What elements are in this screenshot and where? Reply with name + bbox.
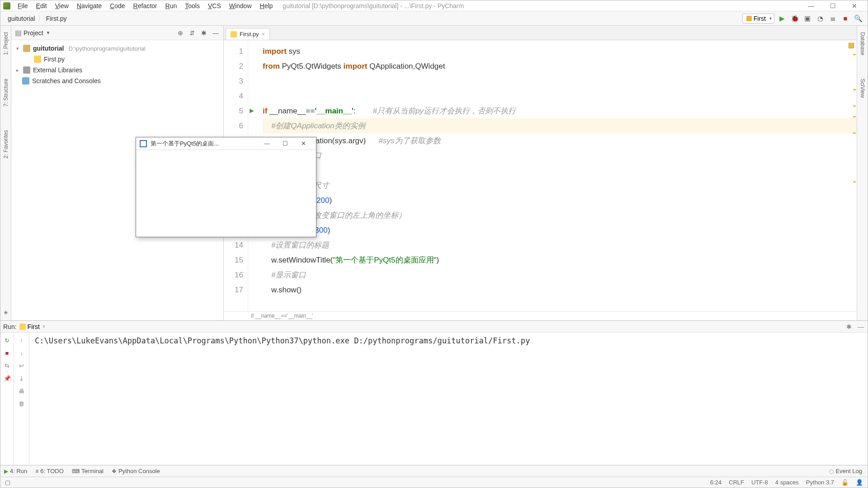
- pycharm-window: FileEditViewNavigateCodeRefactorRunTools…: [0, 0, 868, 488]
- menu-file[interactable]: File: [14, 1, 32, 10]
- breadcrumb[interactable]: guitutorial: [5, 14, 38, 23]
- expand-all-button[interactable]: ⇵: [188, 29, 196, 37]
- folder-icon: [23, 45, 30, 52]
- event-log-button[interactable]: ◌Event Log: [829, 468, 862, 474]
- code-area[interactable]: import sysfrom PyQt5.QtWidgets import QA…: [258, 40, 857, 311]
- menu-view[interactable]: View: [52, 1, 72, 10]
- run-left-toolbar: ↻ ■ ⇆ 📌: [0, 333, 14, 465]
- qt-maximize-button[interactable]: ☐: [276, 140, 294, 147]
- close-tab-icon[interactable]: ×: [42, 324, 46, 330]
- error-stripe[interactable]: [852, 40, 856, 311]
- status-menu-icon[interactable]: ▢: [5, 479, 10, 486]
- scratches-label: Scratches and Consoles: [32, 77, 101, 84]
- bottom-tool-strip: ▶4: Run ≡6: TODO ⌨Terminal ❖Python Conso…: [0, 465, 868, 477]
- debug-button[interactable]: 🐞: [790, 14, 800, 23]
- navigation-bar: guitutorial 〉 First.py First ▶ 🐞 ▣ ◔ ≣ ■…: [0, 11, 868, 26]
- hide-panel-button[interactable]: —: [857, 323, 865, 331]
- run-current-config[interactable]: First: [19, 323, 40, 330]
- scratch-icon: [22, 77, 29, 84]
- caret-position[interactable]: 6:24: [710, 479, 722, 486]
- menu-vcs[interactable]: VCS: [204, 1, 225, 10]
- external-libraries[interactable]: ▸ External Libraries: [13, 65, 222, 75]
- qt-minimize-button[interactable]: —: [258, 140, 276, 147]
- run-coverage-button[interactable]: ▣: [802, 14, 812, 23]
- locate-button[interactable]: ⊕: [176, 29, 184, 37]
- menu-tools[interactable]: Tools: [181, 1, 203, 10]
- run-toolbar: First ▶ 🐞 ▣ ◔ ≣ ■ 🔍: [742, 14, 863, 23]
- gear-icon[interactable]: ✱: [845, 323, 853, 331]
- line-separator[interactable]: CRLF: [729, 479, 744, 486]
- qt-titlebar[interactable]: 第一个基于PyQt5的桌面... — ☐ ✕: [136, 137, 316, 150]
- print-button[interactable]: 🖶: [17, 387, 26, 395]
- scroll-end-button[interactable]: ⤓: [17, 374, 26, 382]
- run-line-icon[interactable]: ▶: [250, 107, 254, 114]
- qt-close-button[interactable]: ✕: [294, 140, 312, 147]
- run-header: Run: First × ✱ —: [0, 321, 868, 333]
- external-libraries-label: External Libraries: [33, 66, 82, 74]
- menu-refactor[interactable]: Refactor: [130, 1, 161, 10]
- right-tool-strip: Database SciView: [857, 26, 868, 320]
- close-tab-icon[interactable]: ×: [262, 31, 265, 38]
- minimize-button[interactable]: —: [801, 1, 821, 11]
- tab-first-py[interactable]: First.py ×: [226, 28, 270, 40]
- run-tool-button[interactable]: ▶4: Run: [4, 468, 27, 474]
- menu-code[interactable]: Code: [106, 1, 128, 10]
- rerun-button[interactable]: ↻: [3, 336, 11, 344]
- chevron-down-icon[interactable]: ▼: [46, 30, 51, 35]
- run-config-name: First: [754, 15, 766, 22]
- status-bar: ▢ 6:24 CRLF UTF-8 4 spaces Python 3.7 🔓 …: [0, 477, 868, 488]
- editor-body[interactable]: 1234567891011121314151617 ▶ import sysfr…: [224, 40, 857, 311]
- up-stack-button[interactable]: ↑: [17, 336, 26, 344]
- breadcrumb[interactable]: First.py: [43, 14, 70, 23]
- hector-icon[interactable]: 👤: [856, 479, 863, 486]
- database-tool-button[interactable]: Database: [859, 29, 866, 58]
- menu-window[interactable]: Window: [226, 1, 255, 10]
- todo-tool-button[interactable]: ≡6: TODO: [35, 468, 64, 474]
- menu-navigate[interactable]: Navigate: [73, 1, 105, 10]
- menu-help[interactable]: Help: [256, 1, 277, 10]
- settings-button[interactable]: ✱: [200, 29, 208, 37]
- run-panel-title: Run:: [3, 323, 17, 330]
- hide-button[interactable]: —: [212, 29, 220, 37]
- structure-tool-button[interactable]: 7: Structure: [3, 76, 9, 109]
- main-menu: FileEditViewNavigateCodeRefactorRunTools…: [14, 1, 276, 10]
- editor-breadcrumb[interactable]: if __name__=='__main__': [224, 311, 857, 320]
- scratches[interactable]: Scratches and Consoles: [13, 75, 222, 86]
- chevron-right-icon[interactable]: ▸: [15, 67, 20, 73]
- run-config-selector[interactable]: First: [742, 14, 774, 23]
- profile-button[interactable]: ◔: [815, 14, 825, 23]
- qt-window-icon: [140, 140, 147, 147]
- menu-run[interactable]: Run: [162, 1, 181, 10]
- tree-file[interactable]: First.py: [13, 54, 222, 65]
- toggle-layout-button[interactable]: ⇆: [3, 361, 11, 370]
- file-encoding[interactable]: UTF-8: [751, 479, 768, 486]
- run-body: ↻ ■ ⇆ 📌 ↑ ↓ ↩ ⤓ 🖶 🗑 C:\Users\LukeEvans\A…: [0, 333, 868, 465]
- attach-button[interactable]: ≣: [828, 14, 838, 23]
- soft-wrap-button[interactable]: ↩: [17, 361, 26, 370]
- pin-button[interactable]: 📌: [3, 374, 11, 382]
- run-button[interactable]: ▶: [777, 14, 787, 23]
- lock-icon[interactable]: 🔓: [841, 479, 849, 486]
- qt-app-window[interactable]: 第一个基于PyQt5的桌面... — ☐ ✕: [136, 137, 316, 237]
- tab-label: First.py: [240, 31, 259, 38]
- tree-root[interactable]: ▾ guitutorial D:\pythonprograms\guitutor…: [13, 43, 222, 54]
- favorites-tool-button[interactable]: 2: Favorites: [3, 127, 9, 161]
- menu-edit[interactable]: Edit: [33, 1, 51, 10]
- down-stack-button[interactable]: ↓: [17, 349, 26, 357]
- python-console-button[interactable]: ❖Python Console: [112, 468, 160, 474]
- close-button[interactable]: ✕: [844, 1, 865, 11]
- tree-file-label: First.py: [44, 56, 65, 63]
- project-tool-button[interactable]: 1: Project: [3, 29, 9, 58]
- stop-process-button[interactable]: ■: [3, 349, 11, 357]
- sciview-tool-button[interactable]: SciView: [859, 76, 866, 100]
- python-interpreter[interactable]: Python 3.7: [806, 479, 834, 486]
- indent-info[interactable]: 4 spaces: [775, 479, 799, 486]
- stop-button[interactable]: ■: [840, 14, 850, 23]
- terminal-tool-button[interactable]: ⌨Terminal: [72, 468, 104, 474]
- maximize-button[interactable]: ☐: [822, 1, 843, 11]
- bookmark-icon: ★: [3, 309, 9, 316]
- search-everywhere-button[interactable]: 🔍: [853, 14, 863, 23]
- chevron-down-icon[interactable]: ▾: [15, 46, 20, 52]
- run-console-output[interactable]: C:\Users\LukeEvans\AppData\Local\Program…: [29, 333, 868, 465]
- clear-button[interactable]: 🗑: [17, 399, 26, 408]
